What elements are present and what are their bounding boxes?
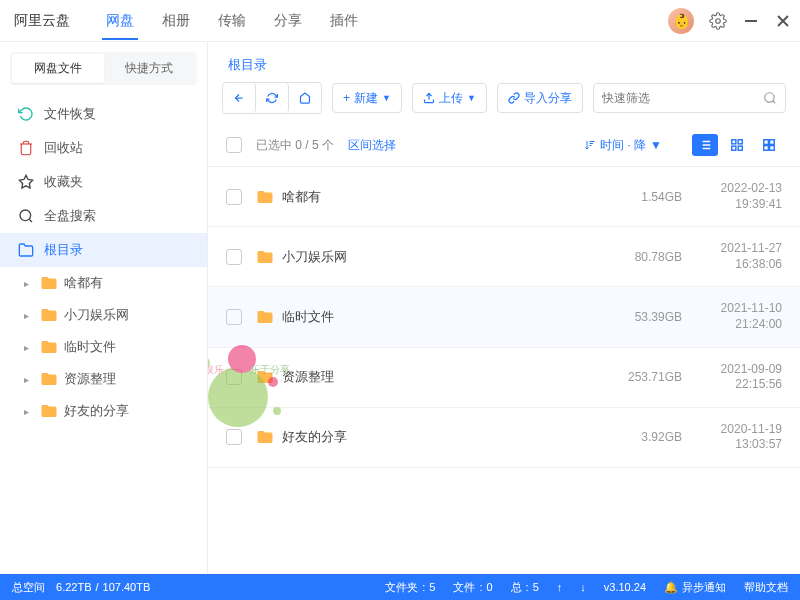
select-all-checkbox[interactable] <box>226 137 242 153</box>
sidebar: 网盘文件 快捷方式 文件恢复回收站收藏夹全盘搜索根目录 ▸啥都有▸小刀娱乐网▸临… <box>0 42 208 574</box>
sidebar-item-label: 回收站 <box>44 139 83 157</box>
header: 阿里云盘 网盘 相册 传输 分享 插件 👶 <box>0 0 800 42</box>
chevron-right-icon: ▸ <box>24 406 34 417</box>
folder-icon <box>40 338 58 356</box>
status-async[interactable]: 🔔异步通知 <box>664 580 726 595</box>
sidebar-tab-shortcuts[interactable]: 快捷方式 <box>104 54 196 83</box>
svg-rect-17 <box>732 140 736 144</box>
folder-icon <box>256 428 274 446</box>
nav-tab-drive[interactable]: 网盘 <box>106 2 134 40</box>
large-grid-icon[interactable] <box>756 134 782 156</box>
svg-line-6 <box>29 219 32 222</box>
file-name: 资源整理 <box>256 368 596 386</box>
file-checkbox[interactable] <box>226 249 242 265</box>
settings-icon[interactable] <box>708 11 728 31</box>
tree-item[interactable]: ▸小刀娱乐网 <box>0 299 207 331</box>
tree-item[interactable]: ▸啥都有 <box>0 267 207 299</box>
sidebar-item-label: 收藏夹 <box>44 173 83 191</box>
nav-tab-album[interactable]: 相册 <box>162 2 190 40</box>
restore-icon <box>18 106 34 122</box>
upload-icon <box>423 92 435 104</box>
tree-item-label: 临时文件 <box>64 338 116 356</box>
chevron-right-icon: ▸ <box>24 310 34 321</box>
search-icon <box>18 208 34 224</box>
filter-input[interactable] <box>602 91 763 105</box>
trash-icon <box>18 140 34 156</box>
range-select[interactable]: 区间选择 <box>348 137 396 154</box>
nav-tab-share[interactable]: 分享 <box>274 2 302 40</box>
sidebar-item-trash[interactable]: 回收站 <box>0 131 207 165</box>
tree-item[interactable]: ▸资源整理 <box>0 363 207 395</box>
folder-icon <box>40 306 58 324</box>
file-row[interactable]: 临时文件 53.39GB 2021-11-1021:24:00 <box>208 287 800 347</box>
plus-icon: + <box>343 91 350 105</box>
folder-icon <box>256 248 274 266</box>
selection-count: 已选中 0 / 5 个 <box>256 137 334 154</box>
sidebar-item-label: 全盘搜索 <box>44 207 96 225</box>
file-size: 253.71GB <box>610 370 682 384</box>
minimize-icon[interactable] <box>742 12 760 30</box>
file-row[interactable]: 好友的分享 3.92GB 2020-11-1913:03:57 <box>208 408 800 468</box>
search-icon <box>763 91 777 105</box>
avatar[interactable]: 👶 <box>668 8 694 34</box>
folder-icon <box>256 188 274 206</box>
download-indicator-icon: ↓ <box>580 581 586 593</box>
file-date: 2020-11-1913:03:57 <box>696 422 782 453</box>
list-view-icon[interactable] <box>692 134 718 156</box>
file-size: 53.39GB <box>610 310 682 324</box>
sidebar-item-label: 根目录 <box>44 241 83 259</box>
sidebar-tab-files[interactable]: 网盘文件 <box>12 54 104 83</box>
file-date: 2021-11-2716:38:06 <box>696 241 782 272</box>
status-space: 总空间 6.22TB / 107.40TB <box>12 580 150 595</box>
file-checkbox[interactable] <box>226 369 242 385</box>
import-share-button[interactable]: 导入分享 <box>497 83 583 113</box>
refresh-button[interactable] <box>256 83 289 113</box>
grid-view-icon[interactable] <box>724 134 750 156</box>
file-checkbox[interactable] <box>226 189 242 205</box>
tree-item[interactable]: ▸好友的分享 <box>0 395 207 427</box>
svg-point-0 <box>716 18 721 23</box>
link-icon <box>508 92 520 104</box>
file-checkbox[interactable] <box>226 429 242 445</box>
sidebar-item-search[interactable]: 全盘搜索 <box>0 199 207 233</box>
status-help[interactable]: 帮助文档 <box>744 580 788 595</box>
tree-item[interactable]: ▸临时文件 <box>0 331 207 363</box>
file-checkbox[interactable] <box>226 309 242 325</box>
folder-icon <box>256 368 274 386</box>
file-name: 临时文件 <box>256 308 596 326</box>
svg-rect-19 <box>738 146 742 150</box>
close-icon[interactable] <box>774 12 792 30</box>
file-date: 2021-11-1021:24:00 <box>696 301 782 332</box>
file-name: 好友的分享 <box>256 428 596 446</box>
breadcrumb[interactable]: 根目录 <box>208 42 800 82</box>
sidebar-item-folder[interactable]: 根目录 <box>0 233 207 267</box>
bell-icon: 🔔 <box>664 581 678 594</box>
file-name: 小刀娱乐网 <box>256 248 596 266</box>
file-row[interactable]: 啥都有 1.54GB 2022-02-1319:39:41 <box>208 167 800 227</box>
sidebar-item-star[interactable]: 收藏夹 <box>0 165 207 199</box>
sidebar-item-restore[interactable]: 文件恢复 <box>0 97 207 131</box>
file-row[interactable]: 资源整理 253.71GB 2021-09-0922:15:56 <box>208 348 800 408</box>
chevron-right-icon: ▸ <box>24 278 34 289</box>
upload-indicator-icon: ↑ <box>557 581 563 593</box>
filter-box[interactable] <box>593 83 786 113</box>
file-row[interactable]: 小刀娱乐网 80.78GB 2021-11-2716:38:06 <box>208 227 800 287</box>
file-date: 2022-02-1319:39:41 <box>696 181 782 212</box>
upload-button[interactable]: 上传 ▼ <box>412 83 487 113</box>
star-icon <box>18 174 34 190</box>
chevron-down-icon: ▼ <box>467 93 476 103</box>
sort-control[interactable]: 时间 · 降 ▼ <box>584 137 662 154</box>
back-button[interactable] <box>223 83 256 113</box>
svg-rect-18 <box>738 140 742 144</box>
file-name: 啥都有 <box>256 188 596 206</box>
status-bar: 总空间 6.22TB / 107.40TB 文件夹:5 文件:0 总:5 ↑ ↓… <box>0 574 800 600</box>
main: 根目录 + 新建 ▼ 上传 ▼ 导入分享 <box>208 42 800 574</box>
svg-rect-24 <box>770 146 775 151</box>
nav-tab-transfer[interactable]: 传输 <box>218 2 246 40</box>
new-button[interactable]: + 新建 ▼ <box>332 83 402 113</box>
home-button[interactable] <box>289 83 321 113</box>
toolbar: + 新建 ▼ 上传 ▼ 导入分享 <box>208 82 800 124</box>
file-list: 小刀娱乐 乐于分享 啥都有 1.54GB 2022-02-1319:39:41 … <box>208 167 800 574</box>
nav-tab-plugin[interactable]: 插件 <box>330 2 358 40</box>
svg-marker-4 <box>19 175 32 188</box>
